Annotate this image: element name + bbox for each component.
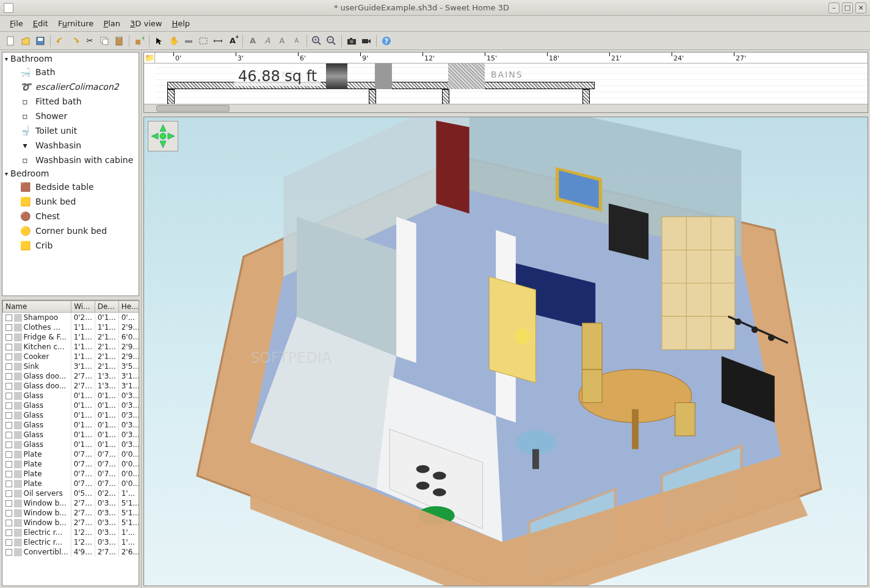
furniture-catalog[interactable]: Bathroom🛁Bath➰escalierColimacon2▫Fitted … [2, 52, 139, 296]
visibility-checkbox[interactable] [5, 354, 12, 360]
catalog-item[interactable]: 🚽Toilet unit [2, 123, 139, 138]
create-dimensions-tool[interactable] [211, 34, 225, 48]
catalog-group[interactable]: Bathroom [2, 53, 139, 65]
catalog-item[interactable]: ▫Fitted bath [2, 94, 139, 109]
create-walls-tool[interactable] [182, 34, 195, 48]
minimize-button[interactable]: – [828, 2, 839, 13]
catalog-item[interactable]: 🟨Crib [2, 238, 139, 253]
create-text-tool[interactable]: A+ [226, 34, 239, 48]
cut-button[interactable]: ✂ [83, 34, 96, 48]
wall[interactable] [582, 89, 590, 104]
furniture-plan-item[interactable] [375, 64, 392, 89]
plan-canvas[interactable]: CUISINE BAINS 46.88 sq ft [155, 64, 868, 104]
table-row[interactable]: Oil servers0'5...0'2...1'... [3, 488, 140, 498]
select-tool[interactable] [153, 34, 166, 48]
table-row[interactable]: Glass0'1...0'1...0'3... [3, 440, 140, 449]
visibility-checkbox[interactable] [5, 422, 12, 429]
text-size-up-button[interactable]: A [275, 34, 289, 48]
save-button[interactable] [34, 34, 47, 48]
plan-horizontal-scrollbar[interactable] [144, 104, 868, 112]
video-button[interactable] [360, 34, 373, 48]
menu-file[interactable]: File [5, 17, 28, 30]
table-header[interactable]: He... [118, 301, 139, 313]
view-3d-panel[interactable]: SOFTPEDIA [143, 117, 868, 586]
visibility-checkbox[interactable] [5, 481, 12, 487]
visibility-checkbox[interactable] [5, 461, 12, 468]
menu-3dview[interactable]: 3D view [125, 17, 167, 30]
visibility-checkbox[interactable] [5, 314, 12, 321]
table-row[interactable]: Plate0'7...0'7...0'0... [3, 459, 140, 469]
table-row[interactable]: Fridge & F...1'1...2'1...6'0... [3, 332, 140, 342]
visibility-checkbox[interactable] [5, 334, 12, 341]
table-row[interactable]: Plate0'7...0'7...0'0... [3, 479, 140, 488]
text-italic-button[interactable]: A [261, 34, 274, 48]
text-size-down-button[interactable]: A [290, 34, 303, 48]
paste-button[interactable] [112, 34, 126, 48]
visibility-checkbox[interactable] [5, 471, 12, 477]
table-header[interactable]: Wi... [71, 301, 95, 313]
text-bold-button[interactable]: A [246, 34, 259, 48]
maximize-button[interactable]: □ [842, 2, 853, 13]
table-row[interactable]: Glass0'1...0'1...0'3... [3, 420, 140, 430]
table-row[interactable]: Sink3'1...2'1...3'5... [3, 361, 140, 371]
table-row[interactable]: Convertibl...4'9...2'7...2'6... [3, 547, 140, 557]
plan-origin-button[interactable]: 📁 [144, 53, 155, 64]
visibility-checkbox[interactable] [5, 344, 12, 350]
photo-button[interactable] [345, 34, 358, 48]
table-header[interactable]: Name [3, 301, 71, 313]
catalog-item[interactable]: 🟨Bunk bed [2, 194, 139, 209]
visibility-checkbox[interactable] [5, 363, 12, 370]
zoom-out-button[interactable] [325, 34, 338, 48]
furniture-plan-item[interactable] [448, 64, 485, 89]
undo-button[interactable] [54, 34, 67, 48]
visibility-checkbox[interactable] [5, 500, 12, 507]
table-row[interactable]: Shampoo0'2...0'1...0'... [3, 313, 140, 323]
visibility-checkbox[interactable] [5, 490, 12, 497]
table-row[interactable]: Glass0'1...0'1...0'3... [3, 410, 140, 420]
redo-button[interactable] [68, 34, 82, 48]
catalog-item[interactable]: ▫Washbasin with cabine [2, 153, 139, 167]
pan-tool[interactable]: ✋ [167, 34, 181, 48]
table-row[interactable]: Glass doo...2'7...1'3...3'1... [3, 371, 140, 381]
table-row[interactable]: Electric r...1'2...0'3...1'... [3, 537, 140, 547]
furniture-plan-item[interactable] [326, 64, 347, 89]
catalog-item[interactable]: 🛁Bath [2, 65, 139, 79]
wall[interactable] [167, 89, 175, 104]
open-button[interactable] [19, 34, 32, 48]
plan-2d-panel[interactable]: 📁 0'3'6'9'12'15'18'21'24'27' CUISINE BAI… [143, 52, 868, 113]
table-row[interactable]: Window b...2'7...0'3...5'1... [3, 508, 140, 518]
catalog-item[interactable]: ▾Washbasin [2, 138, 139, 153]
table-header[interactable]: De... [95, 301, 118, 313]
table-row[interactable]: Glass0'1...0'1...0'3... [3, 391, 140, 401]
visibility-checkbox[interactable] [5, 539, 12, 546]
table-row[interactable]: Plate0'7...0'7...0'0... [3, 469, 140, 479]
visibility-checkbox[interactable] [5, 383, 12, 390]
menu-help[interactable]: Help [167, 17, 195, 30]
table-row[interactable]: Glass0'1...0'1...0'3... [3, 430, 140, 440]
visibility-checkbox[interactable] [5, 324, 12, 331]
table-row[interactable]: Cooker1'1...2'1...2'9... [3, 352, 140, 361]
help-button[interactable]: ? [380, 34, 393, 48]
visibility-checkbox[interactable] [5, 432, 12, 438]
menu-edit[interactable]: Edit [28, 17, 53, 30]
wall[interactable] [442, 89, 449, 104]
table-row[interactable]: Kitchen c...1'1...2'1...2'9... [3, 342, 140, 352]
table-row[interactable]: Window b...2'7...0'3...5'1... [3, 518, 140, 528]
furniture-list-table[interactable]: NameWi...De...He...Shampoo0'2...0'1...0'… [2, 300, 139, 586]
table-row[interactable]: Glass0'1...0'1...0'3... [3, 401, 140, 410]
zoom-in-button[interactable] [310, 34, 324, 48]
create-rooms-tool[interactable] [197, 34, 210, 48]
catalog-group[interactable]: Bedroom [2, 167, 139, 180]
close-button[interactable]: × [855, 2, 866, 13]
menu-furniture[interactable]: Furniture [53, 17, 98, 30]
add-furniture-button[interactable]: + [132, 34, 146, 48]
visibility-checkbox[interactable] [5, 529, 12, 536]
visibility-checkbox[interactable] [5, 520, 12, 526]
catalog-item[interactable]: 🟡Corner bunk bed [2, 223, 139, 238]
catalog-item[interactable]: 🟫Bedside table [2, 180, 139, 194]
catalog-item[interactable]: ➰escalierColimacon2 [2, 79, 139, 94]
catalog-item[interactable]: 🟤Chest [2, 209, 139, 223]
menu-plan[interactable]: Plan [98, 17, 125, 30]
table-row[interactable]: Plate0'7...0'7...0'0... [3, 449, 140, 459]
copy-button[interactable] [98, 34, 111, 48]
